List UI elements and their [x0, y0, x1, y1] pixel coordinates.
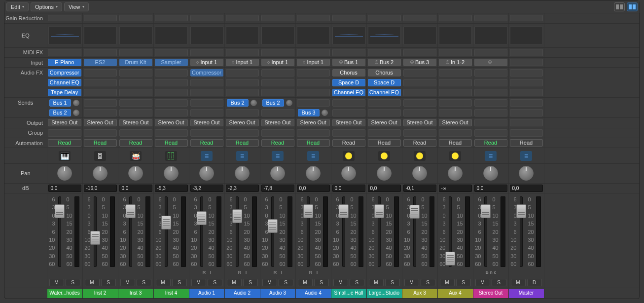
- audio-fx-slot[interactable]: [474, 79, 507, 86]
- solo-button[interactable]: S: [66, 279, 80, 286]
- eq-thumbnail[interactable]: [439, 26, 472, 45]
- audio-fx-slot[interactable]: [84, 89, 117, 96]
- output-slot[interactable]: Stereo Out: [261, 119, 294, 126]
- eq-thumbnail[interactable]: [368, 26, 401, 45]
- midi-fx-slot[interactable]: [510, 49, 543, 56]
- group-slot[interactable]: [226, 129, 259, 137]
- channel-name[interactable]: Audio 1: [189, 289, 224, 298]
- eq-thumbnail[interactable]: [226, 26, 259, 45]
- pan-knob[interactable]: [448, 166, 463, 181]
- options-menu[interactable]: Options ▾: [31, 2, 62, 11]
- input-slot[interactable]: Drum Kit: [119, 59, 152, 66]
- gain-value[interactable]: 0,0: [48, 185, 81, 192]
- eq-thumbnail[interactable]: [155, 26, 188, 45]
- output-slot[interactable]: Stereo Out: [119, 119, 152, 126]
- audio-fx-slot[interactable]: [297, 89, 330, 96]
- audio-fx-slot[interactable]: [84, 79, 117, 86]
- gain-value[interactable]: 0,0: [368, 185, 401, 192]
- channel-name[interactable]: Aux 3: [402, 289, 437, 298]
- automation-mode-button[interactable]: Read: [261, 139, 294, 147]
- output-slot[interactable]: Stereo Out: [226, 119, 259, 126]
- layout-toggle-2[interactable]: [627, 2, 638, 11]
- eq-thumbnail[interactable]: [119, 26, 152, 45]
- solo-button[interactable]: S: [385, 279, 400, 286]
- pan-knob[interactable]: [270, 166, 285, 181]
- midi-fx-slot[interactable]: [190, 49, 223, 56]
- solo-button[interactable]: S: [279, 279, 293, 286]
- mute-button[interactable]: M: [333, 279, 348, 286]
- fader-handle[interactable]: [374, 204, 384, 218]
- input-slot[interactable]: ES2: [84, 59, 117, 66]
- output-slot[interactable]: Stereo Out: [368, 119, 401, 126]
- gain-value[interactable]: 0,0: [510, 185, 543, 192]
- pan-knob[interactable]: [57, 166, 72, 181]
- mute-button[interactable]: M: [298, 279, 313, 286]
- track-type-icon[interactable]: ≡: [485, 151, 497, 161]
- automation-mode-button[interactable]: Read: [474, 139, 507, 147]
- mute-button[interactable]: M: [156, 279, 171, 286]
- channel-name[interactable]: Small...e Hall: [331, 289, 366, 298]
- send-slot[interactable]: [474, 109, 507, 116]
- input-slot[interactable]: ⦾Bus 1: [332, 59, 365, 66]
- automation-mode-button[interactable]: Read: [368, 139, 401, 147]
- audio-fx-slot[interactable]: [403, 69, 436, 76]
- automation-mode-button[interactable]: Read: [155, 139, 188, 147]
- mute-button[interactable]: M: [191, 279, 206, 286]
- mute-button[interactable]: M: [227, 279, 242, 286]
- channel-name[interactable]: Aux 4: [438, 289, 473, 298]
- group-slot[interactable]: [119, 129, 152, 137]
- gain-value[interactable]: -0,1: [403, 185, 436, 192]
- midi-fx-slot[interactable]: [403, 49, 436, 56]
- input-slot[interactable]: [510, 59, 543, 66]
- input-slot[interactable]: E-Piano: [48, 59, 81, 66]
- automation-mode-button[interactable]: Read: [332, 139, 365, 147]
- send-slot[interactable]: [403, 99, 436, 107]
- fader-handle[interactable]: [90, 231, 100, 245]
- send-slot[interactable]: [368, 109, 401, 116]
- audio-fx-slot[interactable]: Chorus: [368, 69, 401, 76]
- view-menu[interactable]: View ▾: [64, 2, 89, 11]
- pan-knob[interactable]: [412, 166, 427, 181]
- audio-fx-slot[interactable]: Channel EQ: [368, 89, 401, 96]
- output-slot[interactable]: Stereo Out: [297, 119, 330, 126]
- group-slot[interactable]: [155, 129, 188, 137]
- send-slot[interactable]: [84, 109, 117, 116]
- solo-button[interactable]: S: [492, 279, 506, 286]
- fader-handle[interactable]: [339, 204, 349, 218]
- track-type-icon[interactable]: [449, 151, 461, 161]
- group-slot[interactable]: [297, 129, 330, 137]
- fader-track[interactable]: [236, 196, 239, 267]
- audio-fx-slot[interactable]: [119, 89, 152, 96]
- mute-button[interactable]: M: [262, 279, 277, 286]
- audio-fx-slot[interactable]: [261, 79, 294, 86]
- audio-fx-slot[interactable]: [119, 69, 152, 76]
- automation-mode-button[interactable]: Read: [510, 139, 543, 147]
- midi-fx-slot[interactable]: [155, 49, 188, 56]
- pan-knob[interactable]: [199, 166, 214, 181]
- mute-button[interactable]: M: [49, 279, 64, 286]
- input-slot[interactable]: Sampler: [155, 59, 188, 66]
- send-level-knob[interactable]: [250, 100, 257, 106]
- fader-handle[interactable]: [481, 204, 491, 218]
- track-type-icon[interactable]: ≡: [272, 151, 284, 161]
- channel-name[interactable]: Audio 4: [296, 289, 331, 298]
- group-slot[interactable]: [474, 129, 507, 137]
- eq-thumbnail[interactable]: [48, 26, 81, 45]
- audio-fx-slot[interactable]: [474, 89, 507, 96]
- audio-fx-slot[interactable]: [190, 89, 223, 96]
- fader-handle[interactable]: [268, 219, 278, 233]
- send-slot[interactable]: [332, 109, 365, 116]
- solo-button[interactable]: S: [243, 279, 258, 286]
- send-bus-button[interactable]: Bus 1: [49, 99, 71, 107]
- mute-button[interactable]: M: [404, 279, 419, 286]
- track-type-icon[interactable]: ≡: [236, 151, 248, 161]
- midi-fx-slot[interactable]: [119, 49, 152, 56]
- output-slot[interactable]: Stereo Out: [403, 119, 436, 126]
- eq-thumbnail[interactable]: [297, 26, 330, 45]
- track-type-icon[interactable]: 🥁: [130, 151, 142, 161]
- mute-button[interactable]: M: [511, 279, 526, 286]
- mute-button[interactable]: M: [440, 279, 455, 286]
- eq-thumbnail[interactable]: [332, 26, 365, 45]
- solo-button[interactable]: S: [456, 279, 471, 286]
- audio-fx-slot[interactable]: [226, 69, 259, 76]
